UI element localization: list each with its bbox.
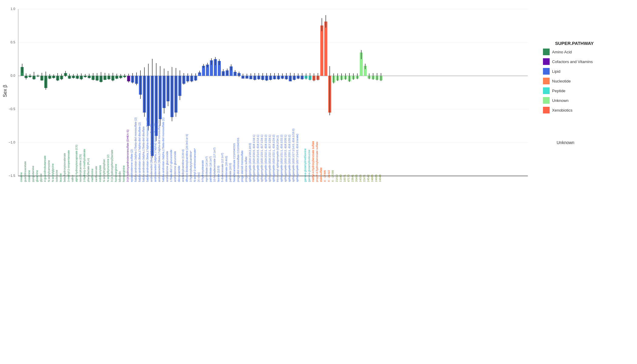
svg-text:−0.5: −0.5 [8, 107, 15, 111]
svg-text:pregn steroid monosulfate: pregn steroid monosulfate [241, 150, 244, 182]
svg-text:5alpha-androstan-3alpha,17beta: 5alpha-androstan-3alpha,17beta-diol mono… [162, 118, 165, 182]
legend-color-xenobiotics [543, 107, 550, 113]
svg-text:sphingomyelin (d18:1/18:2,18:0: sphingomyelin (d18:1/18:2,18:0) [248, 143, 251, 182]
svg-text:1.0: 1.0 [11, 7, 15, 11]
svg-text:sphingomyelin (d18:1/17:1/14:0: sphingomyelin (d18:1/17:1/14:0, d16:1/15… [292, 129, 295, 182]
svg-text:2-hydroxy-3-methylvalerate: 2-hydroxy-3-methylvalerate [83, 149, 86, 182]
svg-text:X - 17299: X - 17299 [331, 170, 334, 182]
svg-text:laurate (12:0): laurate (12:0) [217, 166, 220, 182]
legend-color-cofactors [543, 58, 550, 65]
svg-text:24688: 24688 [375, 174, 378, 182]
legend-label-peptide: Peptide [552, 89, 565, 93]
legend-label-unknown: Unknown [552, 98, 568, 103]
svg-text:creatine: creatine [20, 172, 23, 182]
svg-text:myristoleate (14:1n7): myristoleate (14:1n7) [205, 156, 208, 182]
svg-text:47170: 47170 [347, 174, 350, 182]
legend-label-cofactors: Cofactors and Vitamins [552, 59, 593, 64]
svg-text:sphingomyelin (d18:2/14:0, d18: sphingomyelin (d18:2/14:0, d18:1/14:1) [256, 135, 259, 182]
svg-text:biliverdin: biliverdin [118, 171, 121, 182]
svg-text:sphingomyelin (d18:2/22:1, d18: sphingomyelin (d18:2/22:1, d18:1/22:2) [264, 135, 267, 182]
legend-label-nucleotide: Nucleotide [552, 79, 571, 83]
svg-text:17beta-diol 17-glucuronide: 17beta-diol 17-glucuronide [170, 150, 173, 182]
legend-color-peptide [543, 87, 550, 94]
svg-text:5-dodecenoate (12:1n7): 5-dodecenoate (12:1n7) [221, 153, 224, 182]
legend-color-unknown [543, 97, 550, 104]
svg-text:creatinine: creatinine [28, 170, 31, 182]
svg-text:epiandrosterone sulfate (2): epiandrosterone sulfate (2) [130, 149, 133, 182]
svg-text:androstenediol (3alpha,17alpha: androstenediol (3alpha,17alpha) monosulf… [154, 123, 157, 182]
svg-text:20495: 20495 [355, 174, 358, 182]
svg-text:stale sulfate: stale sulfate [319, 167, 322, 182]
svg-text:sphingomyelin (d18:1/23:1, d17: sphingomyelin (d18:1/23:1, d17:1/24:1) [260, 135, 263, 182]
legend-color-nucleotide [543, 78, 550, 84]
svg-text:N-acetylcarnosine: N-acetylcarnosine [47, 160, 50, 182]
svg-text:5alpha-androstan-3beta,17alpha: 5alpha-androstan-3beta,17alpha-diol disu… [138, 122, 141, 182]
svg-text:10-heptadecenoate (17:1n7): 10-heptadecenoate (17:1n7) [213, 147, 216, 182]
svg-text:gamma-glutamylmethionine: gamma-glutamylmethionine [304, 148, 307, 182]
svg-rect-167 [320, 25, 323, 76]
svg-text:glycine: glycine [39, 174, 42, 182]
svg-text:beta-hydroxyisovalerate: beta-hydroxyisovalerate [63, 153, 66, 182]
svg-text:propyl-4-hydroxybenzoate sulfa: propyl-4-hydroxybenzoate sulfate [315, 142, 318, 182]
svg-text:N-acetylkynurenine (2): N-acetylkynurenine (2) [106, 154, 110, 182]
svg-text:−1.5: −1.5 [8, 174, 15, 177]
svg-text:guanidinoacetate: guanidinoacetate [24, 161, 27, 182]
svg-text:sphingomyelin (d18:1/20:2, d18: sphingomyelin (d18:1/20:2, d18:2/20:1) [284, 135, 287, 182]
chart-container: 1.0 0.5 0.0 −0.5 −1.0 −1.5 Sex β [0, 0, 637, 364]
svg-text:11440: 11440 [339, 174, 342, 182]
svg-text:24542: 24542 [367, 174, 370, 182]
svg-text:tricosanoyl sphingomyelin (d18: tricosanoyl sphingomyelin (d18:2/24:2) [276, 135, 279, 182]
svg-text:sphingomyelin (d18:2/20:1, d18: sphingomyelin (d18:2/20:1, d18:1/20:2) [288, 135, 291, 182]
svg-text:3-(4-hydroxyphenyl)lactate: 3-(4-hydroxyphenyl)lactate [110, 150, 113, 182]
svg-text:xanthurenate: xanthurenate [95, 166, 98, 182]
svg-text:isoleucine: isoleucine [55, 170, 58, 182]
svg-text:(X-cibo): (X-cibo) [197, 172, 200, 182]
legend-color-lipid [543, 68, 550, 75]
svg-text:X - 17395: X - 17395 [323, 170, 326, 182]
svg-text:glutamine: glutamine [35, 170, 39, 182]
svg-text:dihomo-linolenoylcarnitine (20: dihomo-linolenoylcarnitine (20:3n3 or 6) [185, 134, 188, 182]
svg-text:24326: 24326 [359, 174, 362, 182]
legend-label-lipid: Lipid [552, 69, 560, 74]
legend-color-amino-acid [543, 49, 550, 55]
svg-text:pyoglutamine: pyoglutamine [32, 166, 35, 182]
svg-text:N-acetylglycine: N-acetylglycine [51, 163, 54, 182]
svg-text:gamma-glutamylisoleucine: gamma-glutamylisoleucine [308, 150, 311, 182]
svg-text:3-(4-hydroxyandrosteronesulfat: 3-(4-hydroxyandrosteronesulfate (DHEA-S) [126, 130, 129, 182]
svg-text:pregnenolone sulfate: pregnenolone sulfate [244, 157, 248, 182]
svg-text:23641: 23641 [351, 174, 354, 182]
svg-text:sphingomyelin (d18:1/22:1, d18: sphingomyelin (d18:1/22:1, d18:1/24:2) [272, 135, 275, 182]
svg-text:phenyllactate (PLA): phenyllactate (PLA) [87, 158, 90, 182]
svg-text:sphingomyelin (d18:1/22:1, d17: sphingomyelin (d18:1/22:1, d17:1/24:1) [268, 135, 271, 182]
svg-text:N-acetyl-2-aminooctanoate*: N-acetyl-2-aminooctanoate* [193, 148, 196, 182]
svg-text:leucine: leucine [59, 173, 62, 182]
svg-text:22471: 22471 [363, 174, 366, 182]
y-axis-label: Sex β [2, 85, 8, 97]
svg-text:pregn-diol monosulfate C21H34O: pregn-diol monosulfate C21H34OSS [237, 138, 240, 182]
svg-text:−1.0: −1.0 [8, 140, 15, 144]
svg-text:stearidonate (18:4n3): stearidonate (18:4n3) [225, 156, 228, 182]
svg-text:androsterone glucuronide: androsterone glucuronide [166, 151, 169, 182]
svg-text:hexadecanedioate C21H34OSS: hexadecanedioate C21H34OSS [233, 143, 236, 182]
svg-text:sphingomyelin (d17:1/14:0, d16: sphingomyelin (d17:1/14:0, d16:1/urate) [296, 134, 299, 182]
main-chart: 1.0 0.5 0.0 −0.5 −1.0 −1.5 Sex β [0, 0, 637, 364]
svg-rect-168 [324, 22, 327, 76]
legend-label-xenobiotics: Xenobiotics [552, 108, 573, 113]
svg-text:16071: 16071 [343, 174, 346, 182]
svg-text:indoleacrylate: indoleacrylate [99, 165, 102, 182]
svg-text:5alpha-androstan-3beta,17alpha: 5alpha-androstan-3beta,17alpha-diol mono… [146, 118, 149, 182]
x-axis-labels-cofactors: 3-(4-hydroxyandrosteronesulfate (DHEA-S) [126, 130, 129, 182]
svg-text:sphingomyelin (d18:2/16:0, d18: sphingomyelin (d18:2/16:0, d18:1/16:1) [252, 135, 255, 182]
svg-text:isovalerylcarnitine (C5): isovalerylcarnitine (C5) [79, 154, 82, 182]
svg-text:3-hydroxybutyrylcarnitine*: 3-hydroxybutyrylcarnitine* [189, 150, 192, 182]
svg-text:24885: 24885 [371, 174, 374, 182]
svg-text:3-methyl-2-oxopentanoate: 3-methyl-2-oxopentanoate [67, 150, 70, 182]
svg-text:deoxycarnide: deoxycarnide [177, 166, 180, 182]
legend-label-amino-acid: Amino Acid [552, 50, 572, 54]
detected-unknown-text: Unknown [557, 140, 574, 145]
svg-text:4-guanidinobutanoate: 4-guanidinobutanoate [43, 156, 46, 182]
legend-title: SUPER.PATHWAY [555, 41, 594, 46]
svg-text:androstenediol (3beta,17alpha-: androstenediol (3beta,17alpha-diol monos… [158, 120, 161, 182]
svg-text:arachidoylcarnitine (C20:4): arachidoylcarnitine (C20:4) [181, 149, 184, 182]
svg-text:palmitoleate (16:1n7): palmitoleate (16:1n7) [209, 156, 212, 182]
